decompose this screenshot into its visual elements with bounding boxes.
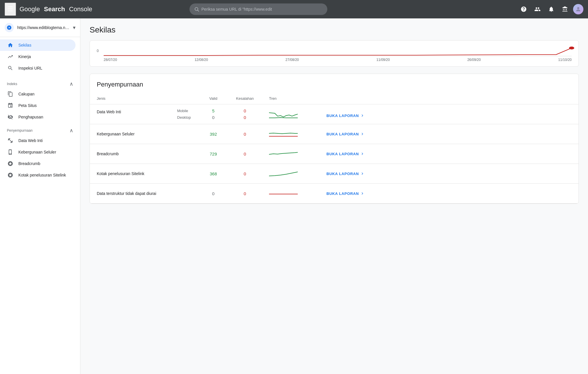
- sparkline-kotak: [269, 168, 298, 179]
- logo-google: Google: [20, 5, 40, 13]
- sidebar-item-kebergunaan-seluler[interactable]: Kebergunaan Seluler: [0, 146, 76, 158]
- cell-valid-breadcrumb: 729: [199, 144, 228, 164]
- cell-action-kotak: BUKA LAPORAN: [320, 164, 579, 184]
- buka-laporan-terstruktur[interactable]: BUKA LAPORAN: [326, 191, 572, 196]
- table-row: Data Web Inti Mobile 5 0: [90, 104, 579, 115]
- svg-line-1: [198, 10, 199, 11]
- enhancements-table-body: Data Web Inti Mobile 5 0: [90, 104, 579, 204]
- cell-sub-empty-4: [170, 184, 199, 204]
- sidebar-main-nav: Sekilas Kinerja Inspeksi URL: [0, 37, 80, 76]
- penyempurnaan-title: Penyempurnaan: [90, 74, 579, 93]
- sparkline-breadcrumb: [269, 148, 298, 160]
- sidebar-section-indeks[interactable]: Indeks ∧: [0, 76, 80, 88]
- sidebar-item-kotak-penelusuran[interactable]: Kotak penelusuran Sitelink: [0, 169, 76, 181]
- cell-action-data-web-inti: BUKA LAPORAN: [320, 104, 579, 124]
- col-tren: Tren: [262, 93, 320, 104]
- sitelink-searchbox-icon: [7, 172, 14, 178]
- cell-kes-breadcrumb: 0: [228, 144, 262, 164]
- buka-laporan-kotak[interactable]: BUKA LAPORAN: [326, 171, 572, 176]
- table-row: Kotak penelusuran Sitelink 368 0: [90, 164, 579, 184]
- sidebar-item-label-kebergunaan: Kebergunaan Seluler: [18, 150, 71, 154]
- cell-kes-kebergunaan: 0: [228, 124, 262, 144]
- chart-area-container: 0 28/07/20 12/08/20: [90, 41, 579, 66]
- user-avatar[interactable]: [573, 4, 583, 14]
- hamburger-button[interactable]: ☰: [5, 3, 16, 16]
- cell-sub-mobile: Mobile: [170, 104, 199, 115]
- trending-up-icon: [7, 54, 14, 60]
- svg-point-4: [569, 47, 574, 49]
- cell-tren-terstruktur: [262, 184, 320, 204]
- cell-valid-kotak: 368: [199, 164, 228, 184]
- sidebar-item-kinerja[interactable]: Kinerja: [0, 51, 76, 62]
- main-content: Sekilas 0: [80, 18, 588, 374]
- topnav: ☰ Google Search Console: [0, 0, 588, 18]
- home-icon: [7, 42, 14, 48]
- cell-tren-kotak: [262, 164, 320, 184]
- sidebar-item-label-penghapusan: Penghapusan: [18, 115, 71, 119]
- col-action: [320, 93, 579, 104]
- inspect-url-icon: [7, 65, 14, 71]
- penyempurnaan-section-label: Penyempurnaan: [7, 128, 33, 133]
- sidebar-item-inspeksi-url[interactable]: Inspeksi URL: [0, 62, 76, 74]
- logo-space2: [66, 5, 68, 13]
- sidebar-item-peta-situs[interactable]: Peta Situs: [0, 100, 76, 111]
- cell-jenis-kotak: Kotak penelusuran Sitelink: [90, 164, 170, 184]
- col-kesalahan: Kesalahan: [228, 93, 262, 104]
- svg-point-2: [577, 7, 579, 9]
- indeks-section-label: Indeks: [7, 82, 17, 86]
- manage-users-button[interactable]: [532, 3, 543, 15]
- apps-button[interactable]: [559, 3, 571, 15]
- search-icon: [194, 7, 199, 12]
- sidebar-item-data-web-inti[interactable]: Data Web Inti: [0, 135, 76, 146]
- buka-laporan-data-web-inti[interactable]: BUKA LAPORAN: [326, 113, 572, 118]
- sidebar-item-label-inspeksi: Inspeksi URL: [18, 66, 71, 70]
- cell-kes-mobile: 0: [228, 104, 262, 115]
- table-row: Data terstruktur tidak dapat diurai 0 0: [90, 184, 579, 204]
- sidebar-item-penghapusan[interactable]: Penghapusan: [0, 111, 76, 123]
- cell-sub-empty-2: [170, 144, 199, 164]
- sidebar-item-cakupan[interactable]: Cakupan: [0, 88, 76, 100]
- chart-zero-label: 0: [97, 49, 101, 53]
- cell-tren-breadcrumb: [262, 144, 320, 164]
- col-jenis: Jenis: [90, 93, 170, 104]
- help-button[interactable]: [518, 3, 529, 15]
- sidebar-item-sekilas[interactable]: Sekilas: [0, 39, 76, 51]
- col-valid: Valid: [199, 93, 228, 104]
- topnav-actions: [518, 3, 583, 15]
- property-url: https://www.editblogtema.net/: [17, 25, 69, 30]
- sparkline-data-web-inti: [269, 110, 298, 121]
- property-selector[interactable]: https://www.editblogtema.net/ ▾: [0, 18, 80, 37]
- notifications-button[interactable]: [546, 3, 557, 15]
- chart-date-4: 11/09/20: [376, 58, 390, 62]
- cell-jenis-breadcrumb: Breadcrumb: [90, 144, 170, 164]
- chart-date-2: 12/08/20: [195, 58, 208, 62]
- sidebar-item-label-cakupan: Cakupan: [18, 92, 71, 96]
- col-type-sub: [170, 93, 199, 104]
- cell-tren-data-web-inti: [262, 104, 320, 124]
- cell-action-kebergunaan: BUKA LAPORAN: [320, 124, 579, 144]
- cell-valid-terstruktur: 0: [199, 184, 228, 204]
- cell-valid-kebergunaan: 392: [199, 124, 228, 144]
- property-icon: [5, 23, 14, 32]
- buka-laporan-breadcrumb[interactable]: BUKA LAPORAN: [326, 151, 572, 156]
- cell-sub-empty-3: [170, 164, 199, 184]
- mobile-usability-icon: [7, 149, 14, 155]
- logo-space: [41, 5, 43, 13]
- sidebar-item-breadcrumb[interactable]: Breadcrumb: [0, 158, 76, 169]
- url-search-bar[interactable]: [189, 3, 327, 15]
- buka-laporan-kebergunaan[interactable]: BUKA LAPORAN: [326, 132, 572, 136]
- sidebar-item-label-sekilas: Sekilas: [18, 43, 71, 47]
- cell-kes-kotak: 0: [228, 164, 262, 184]
- cell-valid-mobile: 5: [199, 104, 228, 115]
- sidebar-penyempurnaan-items: Data Web Inti Kebergunaan Seluler Breadc…: [0, 135, 80, 181]
- indeks-chevron-icon: ∧: [69, 81, 73, 87]
- cell-jenis-terstruktur: Data terstruktur tidak dapat diurai: [90, 184, 170, 204]
- cell-tren-kebergunaan: [262, 124, 320, 144]
- chevron-right-icon-3: [360, 151, 365, 156]
- url-search-input[interactable]: [202, 7, 323, 11]
- chevron-right-icon: [360, 113, 365, 118]
- cell-action-terstruktur: BUKA LAPORAN: [320, 184, 579, 204]
- enhancements-table: Jenis Valid Kesalahan Tren Data Web Inti…: [90, 93, 579, 204]
- sidebar-section-penyempurnaan[interactable]: Penyempurnaan ∧: [0, 123, 80, 135]
- cell-valid-desktop: 0: [199, 114, 228, 124]
